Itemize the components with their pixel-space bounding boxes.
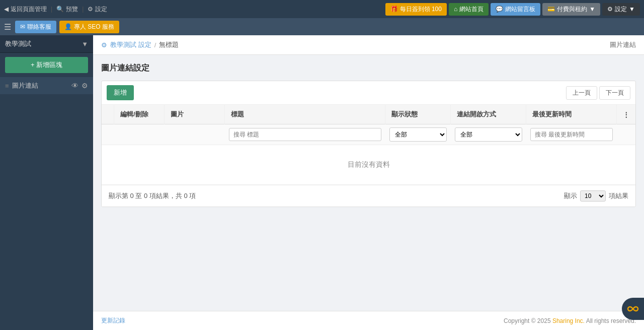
seo-label: 專人 SEO 服務 [74, 23, 114, 31]
filter-empty-2 [114, 124, 165, 145]
filter-open-select[interactable]: 全部 [455, 127, 522, 142]
guestbook-label: 網站留言板 [505, 5, 535, 14]
table-header: 編輯/刪除 圖片 標題 顯示狀態 連結開啟方式 最後更新時間 ⋮ [102, 105, 635, 124]
sidebar-item-image-link[interactable]: ≡ 圖片連結 👁 ⚙ [0, 77, 93, 94]
breadcrumb-right-label: 圖片連結 [610, 40, 636, 49]
breadcrumb-site-link[interactable]: 教學測試 設定 [110, 40, 151, 49]
col-time: 最後更新時間 [526, 105, 617, 124]
preview-link[interactable]: 🔍 預覽 [56, 5, 78, 14]
empty-row: 目前沒有資料 [102, 145, 635, 185]
per-page-select[interactable]: 10 25 50 100 [580, 190, 606, 202]
daily-label: 每日簽到領 100 [400, 5, 442, 14]
filter-status-select[interactable]: 全部 [389, 127, 447, 142]
seo-button[interactable]: 👤 專人 SEO 服務 [59, 21, 119, 33]
page-title: 圖片連結設定 [101, 63, 636, 74]
breadcrumb: ⚙ 教學測試 設定 / 無標題 [101, 40, 179, 49]
home-label: 網站首頁 [459, 5, 484, 14]
col-status: 顯示狀態 [385, 105, 451, 124]
breadcrumb-separator: / [154, 41, 156, 49]
credit-icon: 💳 [547, 6, 555, 13]
back-label: 返回頁面管理 [11, 5, 47, 14]
sharing-inc-link[interactable]: Sharing Inc. [552, 317, 585, 324]
top-cog-icon: ⚙ [607, 6, 613, 13]
table-footer: 顯示第 0 至 0 項結果，共 0 項 顯示 10 25 50 100 項結果 [102, 185, 635, 207]
header-row: 編輯/刪除 圖片 標題 顯示狀態 連結開啟方式 最後更新時間 ⋮ [102, 105, 635, 124]
filter-empty-4 [617, 124, 636, 145]
billing-arrow-icon: ▼ [589, 6, 595, 13]
billing-label: 付費與租約 [557, 5, 587, 14]
display-label: 顯示 [564, 191, 577, 201]
site-name: 教學測試 [5, 39, 31, 48]
prev-page-button[interactable]: 上一頁 [566, 86, 597, 100]
data-table: 編輯/刪除 圖片 標題 顯示狀態 連結開啟方式 最後更新時間 ⋮ [102, 105, 635, 185]
billing-button[interactable]: 💳 付費與租約 ▼ [542, 3, 600, 16]
daily-signin-button[interactable]: 🎁 每日簽到領 100 [385, 3, 447, 16]
drag-icon: ≡ [5, 82, 9, 90]
settings-arrow-icon: ▼ [629, 6, 635, 13]
breadcrumb-current: 無標題 [159, 40, 179, 49]
sidebar: 教學測試 ▼ + 新增區塊 ≡ 圖片連結 👁 ⚙ [0, 35, 93, 330]
filter-time-cell [526, 124, 617, 145]
filter-empty-1 [102, 124, 114, 145]
top-settings-label: 設定 [615, 5, 627, 14]
col-sort: ⋮ [617, 105, 636, 124]
floating-infinity-button[interactable] [622, 298, 644, 320]
comment-icon: 💬 [496, 6, 503, 13]
service-buttons: ✉ 聯絡客服 👤 專人 SEO 服務 [15, 21, 119, 33]
content-area: ⚙ 教學測試 設定 / 無標題 圖片連結 圖片連結設定 新增 上一頁 下一頁 [93, 35, 644, 330]
page-content: 圖片連結設定 新增 上一頁 下一頁 編輯/刪除 [93, 55, 644, 215]
result-text: 顯示第 0 至 0 項結果，共 0 項 [109, 191, 196, 201]
new-block-label: + 新增區塊 [31, 60, 62, 70]
hamburger-button[interactable]: ☰ [4, 22, 11, 32]
col-checkbox [102, 105, 114, 124]
filter-title-cell [225, 124, 385, 145]
main-layout: 教學測試 ▼ + 新增區塊 ≡ 圖片連結 👁 ⚙ ⚙ 教學測試 設定 / 無標題… [0, 35, 644, 330]
next-page-button[interactable]: 下一頁 [599, 86, 630, 100]
breadcrumb-bar: ⚙ 教學測試 設定 / 無標題 圖片連結 [93, 35, 644, 55]
home-icon: ⌂ [454, 6, 457, 13]
back-button[interactable]: ◀ 返回頁面管理 [4, 5, 47, 14]
col-edit: 編輯/刪除 [114, 105, 165, 124]
results-label: 項結果 [609, 191, 628, 201]
filter-title-input[interactable] [229, 128, 381, 141]
back-icon: ◀ [4, 6, 9, 13]
eye-icon[interactable]: 👁 [71, 82, 78, 90]
filter-status-cell: 全部 [385, 124, 451, 145]
copyright-text: Copyright © 2025 Sharing Inc. All rights… [504, 317, 636, 324]
add-button[interactable]: 新增 [107, 85, 134, 100]
filter-open-cell: 全部 [451, 124, 526, 145]
envelope-icon: ✉ [20, 23, 25, 30]
guestbook-button[interactable]: 💬 網站留言板 [491, 3, 540, 16]
update-log-link[interactable]: 更新記錄 [101, 316, 125, 325]
settings-item-icon[interactable]: ⚙ [82, 82, 88, 90]
preview-icon: 🔍 [56, 6, 64, 13]
filter-row: 全部 全部 [102, 124, 635, 145]
top-nav-right: 🎁 每日簽到領 100 ⌂ 網站首頁 💬 網站留言板 💳 付費與租約 ▼ ⚙ 設… [385, 3, 640, 16]
settings-label: 設定 [95, 5, 107, 14]
top-nav-left: ◀ 返回頁面管理 | 🔍 預覽 | ⚙ 設定 [4, 5, 107, 14]
contact-label: 聯絡客服 [27, 23, 51, 31]
empty-text: 目前沒有資料 [102, 145, 635, 185]
settings-icon: ⚙ [88, 6, 93, 13]
table-body: 全部 全部 [102, 124, 635, 185]
settings-link[interactable]: ⚙ 設定 [88, 5, 107, 14]
seo-icon: 👤 [64, 23, 72, 30]
nav-divider2: | [82, 6, 84, 13]
home-button[interactable]: ⌂ 網站首頁 [449, 3, 489, 16]
col-open: 連結開啟方式 [451, 105, 526, 124]
content-spacer [93, 215, 644, 311]
filter-time-input[interactable] [530, 128, 613, 141]
sidebar-item-label: 圖片連結 [12, 81, 68, 90]
page-bottom: 更新記錄 Copyright © 2025 Sharing Inc. All r… [93, 311, 644, 330]
contact-button[interactable]: ✉ 聯絡客服 [15, 21, 56, 33]
site-selector[interactable]: 教學測試 ▼ [0, 35, 93, 53]
table-toolbar: 新增 上一頁 下一頁 [102, 81, 635, 105]
top-settings-button[interactable]: ⚙ 設定 ▼ [602, 3, 640, 16]
new-block-button[interactable]: + 新增區塊 [5, 57, 88, 73]
daily-icon: 🎁 [390, 6, 398, 13]
top-navigation: ◀ 返回頁面管理 | 🔍 預覽 | ⚙ 設定 🎁 每日簽到領 100 ⌂ 網站首… [0, 0, 644, 18]
nav-divider: | [51, 6, 52, 13]
table-container: 新增 上一頁 下一頁 編輯/刪除 圖片 標題 顯示狀態 [101, 81, 636, 207]
pagination-buttons: 上一頁 下一頁 [566, 86, 630, 100]
breadcrumb-gear-icon: ⚙ [101, 41, 107, 49]
